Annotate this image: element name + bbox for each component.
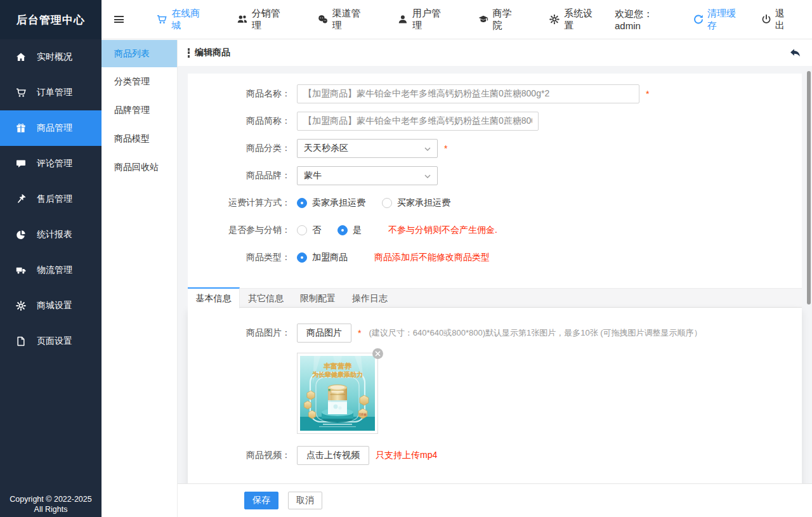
image-size-hint: (建议尺寸：640*640或800*800)默认显示第1张图片，最多10张 (可… — [369, 327, 702, 339]
comment-icon — [16, 159, 26, 169]
sidebar-item-order-management[interactable]: 订单管理 — [0, 75, 102, 110]
sidebar-item-page-settings[interactable]: 页面设置 — [0, 324, 102, 359]
field-label: 运费计算方式： — [188, 197, 291, 209]
sidebar-label: 实时概况 — [37, 51, 72, 63]
submenu-item-product-list[interactable]: 商品列表 — [102, 40, 177, 67]
sidebar-item-realtime-overview[interactable]: 实时概况 — [0, 39, 102, 75]
product-image-row: 商品图片： 商品图片 * (建议尺寸：640*640或800*800)默认显示第… — [188, 319, 802, 346]
tab-operation-log[interactable]: 操作日志 — [344, 289, 396, 307]
gavel-icon — [16, 194, 26, 204]
product-submenu: 商品列表 分类管理 品牌管理 商品模型 商品回收站 — [102, 40, 178, 517]
page-title: 编辑商品 — [195, 47, 230, 58]
sidebar-label: 统计报表 — [37, 229, 72, 240]
sidebar-item-comment-management[interactable]: 评论管理 — [0, 146, 102, 181]
nav-item-distribution[interactable]: 分销管理 — [222, 0, 303, 39]
svg-text:丰富营养: 丰富营养 — [324, 362, 352, 370]
required-asterisk: * — [358, 328, 361, 338]
category-value: 天天秒杀区 — [304, 143, 348, 154]
vertical-scrollbar[interactable] — [807, 71, 811, 304]
nav-label: 渠道管理 — [332, 8, 367, 32]
sidebar-item-logistics-management[interactable]: 物流管理 — [0, 252, 102, 288]
sidebar-item-aftersale-management[interactable]: 售后管理 — [0, 181, 102, 217]
radio-checked-icon — [297, 252, 307, 263]
brand-select[interactable]: 蒙牛 — [297, 166, 438, 185]
nav-label: 商学院 — [493, 8, 520, 32]
freight-method-row: 运费计算方式： 卖家承担运费 买家承担运费 — [188, 189, 802, 216]
nav-item-channel[interactable]: 渠道管理 — [303, 0, 383, 39]
product-image: 丰富营养 为长辈健康添助力 — [300, 356, 375, 431]
pie-chart-icon — [16, 230, 26, 240]
category-select[interactable]: 天天秒杀区 — [297, 139, 438, 158]
nav-item-system-settings[interactable]: 系统设置 — [534, 0, 615, 39]
edit-product-panel: 商品名称： * 商品简称： 商品分类： 天天秒杀区 — [188, 74, 802, 517]
sidebar-label: 订单管理 — [37, 87, 72, 98]
required-asterisk: * — [444, 143, 447, 154]
sidebar-item-mall-settings[interactable]: 商城设置 — [0, 288, 102, 324]
product-brand-row: 商品品牌： 蒙牛 — [188, 162, 802, 189]
radio-option-buyer-pays[interactable]: 买家承担运费 — [382, 197, 450, 209]
nav-item-online-mall[interactable]: 在线商城 — [141, 0, 222, 39]
cancel-button[interactable]: 取消 — [288, 492, 322, 509]
product-type-row: 商品类型： 加盟商品 商品添加后不能修改商品类型 — [188, 244, 802, 271]
product-shortname-row: 商品简称： — [188, 107, 802, 134]
required-asterisk: * — [646, 89, 649, 99]
nav-item-business-school[interactable]: 商学院 — [463, 0, 535, 39]
sidebar-label: 商品管理 — [37, 122, 72, 134]
product-shortname-input[interactable] — [297, 112, 539, 131]
sidebar-item-statistics-report[interactable]: 统计报表 — [0, 217, 102, 252]
radio-option-seller-pays[interactable]: 卖家承担运费 — [297, 197, 365, 209]
upload-video-button[interactable]: 点击上传视频 — [297, 446, 369, 465]
product-name-input[interactable] — [297, 84, 639, 103]
nav-label: 系统设置 — [564, 8, 599, 32]
page-icon — [16, 336, 26, 346]
graduation-cap-icon — [478, 14, 488, 25]
top-navigation: 在线商城 分销管理 渠道管理 用户管理 商学院 系统设置 欢迎您：admin 清… — [102, 0, 812, 39]
submenu-item-recycle-bin[interactable]: 商品回收站 — [102, 153, 177, 181]
gift-icon — [16, 123, 26, 133]
radio-unchecked-icon — [382, 198, 392, 208]
submenu-item-brand-management[interactable]: 品牌管理 — [102, 96, 177, 124]
save-button[interactable]: 保存 — [244, 492, 278, 509]
radio-label: 卖家承担运费 — [312, 197, 365, 209]
field-label: 商品简称： — [188, 115, 291, 127]
back-button[interactable] — [790, 48, 801, 58]
tab-basic-info[interactable]: 基本信息 — [188, 287, 240, 308]
sidebar-label: 评论管理 — [37, 158, 72, 169]
truck-icon — [16, 265, 26, 275]
remove-image-icon[interactable] — [372, 348, 383, 359]
submenu-item-product-model[interactable]: 商品模型 — [102, 124, 177, 153]
product-category-row: 商品分类： 天天秒杀区 * — [188, 134, 802, 162]
detail-tabs: 基本信息 其它信息 限制配置 操作日志 — [188, 288, 802, 308]
tab-other-info[interactable]: 其它信息 — [240, 289, 292, 307]
product-image-thumbnail[interactable]: 丰富营养 为长辈健康添助力 — [297, 353, 378, 434]
refresh-icon — [693, 14, 704, 25]
radio-option-yes[interactable]: 是 — [337, 225, 362, 236]
radio-option-franchise[interactable]: 加盟商品 — [297, 252, 348, 263]
field-label: 商品品牌： — [188, 170, 291, 181]
upload-image-button[interactable]: 商品图片 — [297, 324, 351, 343]
sidebar-label: 页面设置 — [37, 336, 72, 347]
app-title: 后台管理中心 — [0, 0, 102, 39]
sidebar-item-product-management[interactable]: 商品管理 — [0, 110, 102, 146]
field-label: 商品视频： — [188, 450, 291, 461]
nav-item-user-management[interactable]: 用户管理 — [383, 0, 463, 39]
hamburger-menu-icon[interactable] — [114, 14, 124, 24]
submenu-item-category-management[interactable]: 分类管理 — [102, 67, 177, 96]
page-titlebar: 编辑商品 — [178, 39, 812, 66]
radio-option-no[interactable]: 否 — [297, 225, 321, 236]
main-content: 编辑商品 商品名称： * 商品简称： 商品分类： — [178, 39, 812, 517]
nav-label: 用户管理 — [412, 8, 448, 32]
product-name-row: 商品名称： * — [188, 80, 802, 107]
nav-label: 分销管理 — [252, 8, 287, 32]
field-label: 商品名称： — [188, 88, 291, 100]
copyright-text: Copyright © 2022-2025 All Rights — [0, 494, 102, 514]
field-label: 是否参与分销： — [188, 225, 291, 236]
logout-button[interactable]: 退出 — [761, 8, 793, 32]
tab-limit-config[interactable]: 限制配置 — [292, 289, 344, 307]
users-icon — [237, 14, 247, 25]
sidebar-label: 售后管理 — [37, 193, 72, 205]
clear-cache-button[interactable]: 清理缓存 — [693, 8, 743, 32]
product-type-note: 商品添加后不能修改商品类型 — [374, 252, 490, 263]
chevron-down-icon — [424, 147, 431, 151]
sidebar-label: 商城设置 — [37, 300, 72, 311]
